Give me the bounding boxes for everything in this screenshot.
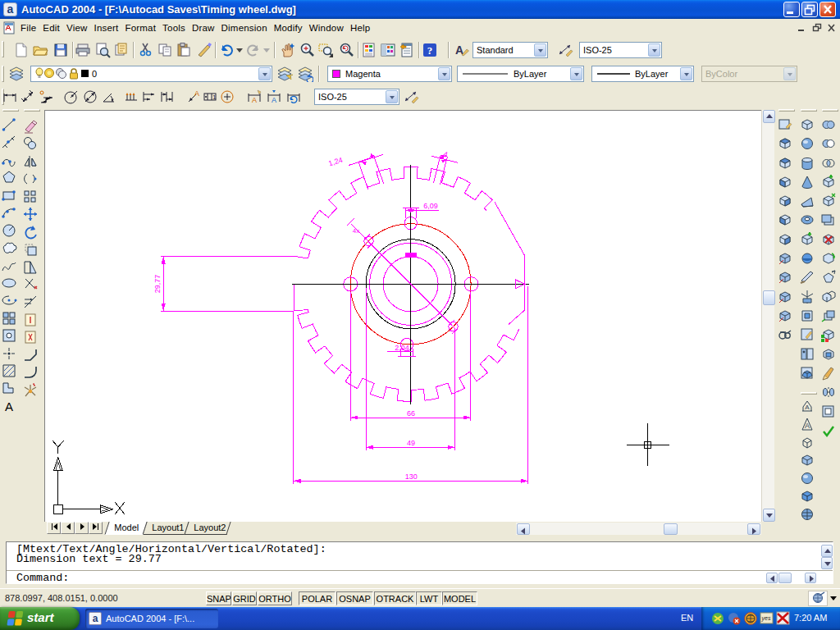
svg-text:4x: 4x <box>353 227 359 235</box>
svg-text:A: A <box>805 404 810 411</box>
svg-text:0: 0 <box>92 69 97 79</box>
svg-text:A: A <box>194 89 199 98</box>
svg-text:2,04: 2,04 <box>395 344 409 352</box>
svg-text:49: 49 <box>407 439 415 447</box>
svg-text:yes: yes <box>761 615 771 622</box>
svg-text:6,09: 6,09 <box>423 202 438 210</box>
svg-text:A: A <box>252 96 257 104</box>
svg-text:A: A <box>5 399 13 413</box>
svg-text:29,77: 29,77 <box>153 275 162 294</box>
svg-text:A: A <box>272 96 276 104</box>
svg-text:66: 66 <box>407 409 415 418</box>
svg-text:1: 1 <box>212 94 217 101</box>
svg-text:1,24: 1,24 <box>327 156 344 168</box>
svg-text:A: A <box>805 422 810 430</box>
svg-text:130: 130 <box>405 472 418 481</box>
svg-text:?: ? <box>427 44 433 57</box>
